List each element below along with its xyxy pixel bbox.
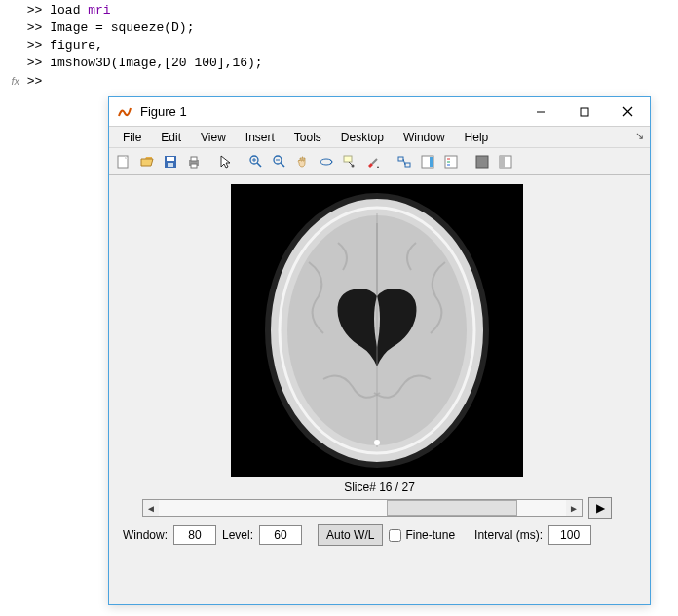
cmd-text: figure, [50,38,103,53]
svg-line-14 [257,163,261,167]
maximize-button[interactable] [562,97,606,126]
svg-rect-8 [167,157,174,161]
prompt: >> [27,74,43,89]
cmd-text: imshow3D(Image,[20 100],16); [50,56,262,70]
window-title: Figure 1 [140,104,518,119]
toolbar [109,148,650,175]
fx-icon[interactable]: fx [0,72,19,90]
svg-line-18 [281,163,284,167]
svg-rect-27 [405,163,410,167]
open-icon[interactable] [136,151,158,173]
link-icon[interactable] [394,151,415,173]
svg-rect-21 [344,156,352,162]
hideplot-icon[interactable] [471,151,493,173]
menu-edit[interactable]: Edit [151,128,191,147]
svg-point-23 [352,164,355,167]
svg-point-44 [374,440,380,445]
svg-line-24 [372,159,377,164]
slice-scrollbar[interactable]: ◄ ► [142,499,583,517]
cmd-text: load [50,3,88,18]
auto-wl-button[interactable]: Auto W/L [318,524,383,546]
matlab-figure-icon [117,104,132,120]
menu-view[interactable]: View [191,128,236,147]
finetune-input[interactable] [389,529,401,542]
svg-rect-35 [476,156,488,168]
pan-icon[interactable] [292,151,314,173]
svg-rect-2 [581,108,588,116]
svg-rect-30 [430,157,433,167]
menu-help[interactable]: Help [455,128,499,147]
svg-line-28 [403,159,405,165]
cmd-text: Image = squeeze(D); [50,20,194,35]
menu-desktop[interactable]: Desktop [331,128,394,147]
figure-window: Figure 1 File Edit View Insert Tools Des… [108,96,651,605]
slice-label: Slice# 16 / 27 [109,481,650,494]
svg-rect-12 [191,164,197,168]
image-axes[interactable] [231,184,523,477]
svg-rect-11 [191,157,197,161]
close-button[interactable] [606,97,650,126]
interval-label: Interval (ms): [474,528,543,542]
scroll-right-icon[interactable]: ► [566,500,582,516]
title-bar[interactable]: Figure 1 [109,97,650,127]
prompt: >> [27,3,43,18]
showplot-icon[interactable] [495,151,516,173]
menu-tools[interactable]: Tools [284,128,331,147]
prompt: >> [27,38,43,53]
play-button[interactable]: ▶ [588,497,612,519]
finetune-label: Fine-tune [405,528,455,542]
level-input[interactable] [259,525,302,545]
svg-rect-37 [500,156,505,168]
mri-slice-image [231,184,523,477]
interval-input[interactable] [548,525,591,545]
svg-rect-31 [445,156,457,168]
pointer-icon[interactable] [214,151,236,173]
window-label: Window: [123,528,168,542]
level-label: Level: [222,528,253,542]
prompt: >> [27,20,43,35]
colorbar-icon[interactable] [417,151,438,173]
scroll-thumb[interactable] [387,500,517,516]
menu-bar: File Edit View Insert Tools Desktop Wind… [109,127,650,148]
brush-icon[interactable] [362,151,384,173]
print-icon[interactable] [183,151,205,173]
zoom-in-icon[interactable] [245,151,267,173]
minimize-button[interactable] [518,97,562,126]
svg-rect-26 [398,157,403,161]
svg-rect-9 [168,163,173,167]
menu-window[interactable]: Window [394,128,455,147]
svg-marker-25 [377,166,379,168]
zoom-out-icon[interactable] [269,151,290,173]
menu-file[interactable]: File [113,128,151,147]
legend-icon[interactable] [440,151,462,173]
save-icon[interactable] [160,151,181,173]
new-figure-icon[interactable] [113,151,134,173]
prompt: >> [27,56,43,70]
cmd-keyword: mri [88,3,110,18]
command-window[interactable]: >> load mri >> Image = squeeze(D); >> fi… [0,0,678,91]
scroll-track[interactable] [159,500,566,516]
figure-body: Slice# 16 / 27 ◄ ► ▶ Window: Level: Auto… [109,175,650,604]
scroll-left-icon[interactable]: ◄ [143,500,159,516]
datacursor-icon[interactable] [339,151,360,173]
menu-insert[interactable]: Insert [236,128,284,147]
dock-icon[interactable]: ↘ [635,130,644,142]
window-input[interactable] [173,525,216,545]
finetune-checkbox[interactable]: Fine-tune [389,528,455,542]
rotate3d-icon[interactable] [316,151,337,173]
window-level-controls: Window: Level: Auto W/L Fine-tune Interv… [123,524,591,546]
